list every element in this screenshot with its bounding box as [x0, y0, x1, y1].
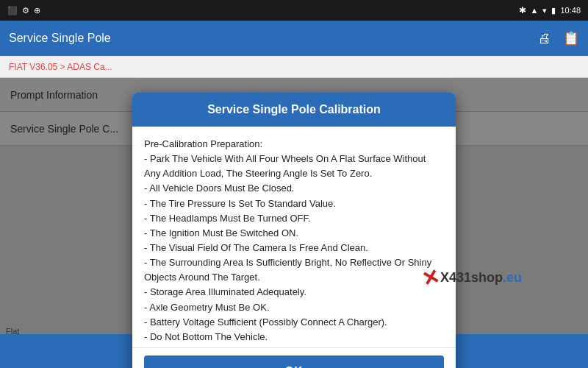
ok-button[interactable]: OK — [144, 355, 444, 368]
dialog: Service Single Pole Calibration Pre-Cali… — [132, 93, 456, 368]
toolbar-icons: 🖨 📋 — [538, 30, 579, 46]
bluetooth-icon: ✱ — [519, 5, 526, 15]
toolbar: Service Single Pole 🖨 📋 — [0, 21, 588, 56]
list-area: Prompt Information Service Single Pole C… — [0, 78, 588, 334]
wifi-icon: ▾ — [542, 6, 547, 15]
toolbar-title: Service Single Pole — [9, 32, 111, 45]
signal-icon: ▲ — [531, 6, 539, 15]
dialog-overlay: Service Single Pole Calibration Pre-Cali… — [0, 78, 588, 334]
status-bar-left: ⬛ ⚙ ⊕ — [7, 6, 40, 15]
extra-icon: ⊕ — [34, 6, 40, 15]
share-icon[interactable]: 📋 — [563, 30, 579, 46]
app-container: Service Single Pole 🖨 📋 FIAT V36.05 > AD… — [0, 21, 588, 368]
clock: 10:48 — [560, 6, 581, 15]
usb-icon: ⚙ — [22, 6, 29, 15]
status-bar: ⬛ ⚙ ⊕ ✱ ▲ ▾ ▮ 10:48 — [0, 0, 588, 21]
print-icon[interactable]: 🖨 — [538, 31, 551, 46]
battery-icon: ▮ — [551, 6, 556, 15]
status-bar-right: ✱ ▲ ▾ ▮ 10:48 — [519, 5, 581, 15]
dialog-body: Pre-Calibration Preparation: - Park The … — [132, 127, 456, 347]
breadcrumb: FIAT V36.05 > ADAS Ca... — [0, 56, 588, 78]
notification-icon: ⬛ — [7, 6, 18, 15]
dialog-header: Service Single Pole Calibration — [132, 93, 456, 127]
dialog-footer: OK — [132, 347, 456, 368]
